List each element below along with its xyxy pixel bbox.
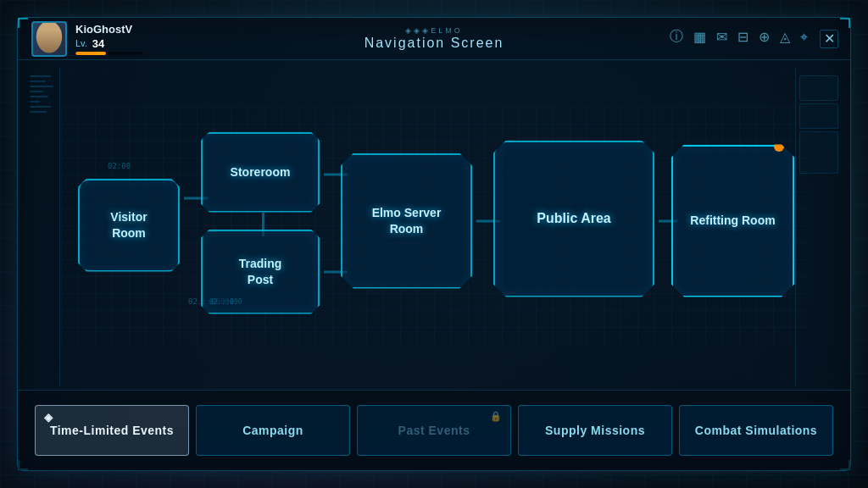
- tab-combat-simulations[interactable]: Combat Simulations: [679, 405, 833, 456]
- room-refitting[interactable]: Refitting Room: [671, 145, 794, 297]
- map-container: 02:00 02.::00000 Visitor Room Storeroom …: [61, 107, 807, 344]
- tab-time-limited[interactable]: ◈ Time-Limited Events: [35, 405, 189, 456]
- title-area: ◈◈◈ELMO Navigation Screen: [364, 26, 504, 51]
- room-visitor-label: Visitor Room: [110, 209, 147, 240]
- tab-supply-missions[interactable]: Supply Missions: [518, 405, 672, 456]
- bottom-tabs: ◈ Time-Limited Events Campaign Past Even…: [18, 390, 850, 470]
- nav-icon[interactable]: ◬: [780, 29, 790, 45]
- timestamp-1: 02:00: [108, 162, 131, 170]
- tab-time-limited-label: Time-Limited Events: [50, 424, 174, 437]
- tab-combat-simulations-label: Combat Simulations: [695, 424, 817, 437]
- tab-past-events[interactable]: Past Events 🔒: [357, 405, 511, 456]
- lock-icon: 🔒: [490, 411, 503, 422]
- room-public-area[interactable]: Public Area: [493, 141, 654, 297]
- info-icon[interactable]: ⓘ: [670, 28, 683, 46]
- mail-icon[interactable]: ✉: [716, 29, 727, 45]
- level-number: 34: [92, 37, 104, 50]
- network-icon[interactable]: ⊕: [759, 29, 770, 45]
- level-label: Lv.: [75, 38, 87, 48]
- briefcase-icon[interactable]: ⊟: [737, 29, 748, 45]
- user-section: KioGhostV Lv. 34: [31, 21, 143, 57]
- screen-title: Navigation Screen: [364, 36, 504, 51]
- tab-past-events-label: Past Events: [398, 424, 470, 437]
- room-elmo-label: Elmo Server Room: [372, 205, 442, 236]
- trading-timestamp: 02.::000: [209, 298, 242, 306]
- xp-bar: [75, 52, 143, 55]
- room-storeroom[interactable]: Storeroom: [201, 132, 320, 213]
- xp-fill: [75, 52, 106, 55]
- room-trading[interactable]: Trading Post 02.::000: [201, 230, 320, 314]
- tab-supply-missions-label: Supply Missions: [545, 424, 645, 437]
- tab-campaign-label: Campaign: [242, 424, 303, 437]
- room-storeroom-label: Storeroom: [231, 164, 291, 180]
- avatar: [31, 21, 67, 57]
- room-refitting-label: Refitting Room: [690, 213, 775, 228]
- close-button[interactable]: ✕: [820, 30, 838, 48]
- calendar-icon[interactable]: ▦: [693, 29, 706, 45]
- level-row: Lv. 34: [75, 37, 143, 50]
- main-panel: KioGhostV Lv. 34 ◈◈◈ELMO Navigation Scre…: [17, 17, 851, 471]
- room-visitor[interactable]: Visitor Room: [78, 179, 180, 272]
- bell-icon[interactable]: ⌖: [800, 30, 808, 45]
- tab-campaign[interactable]: Campaign: [196, 405, 350, 456]
- map-area: 02:00 02.::00000 Visitor Room Storeroom …: [18, 64, 850, 385]
- username: KioGhostV: [75, 23, 143, 36]
- room-trading-label: Trading Post: [239, 256, 282, 286]
- tab-time-limited-icon: ◈: [44, 411, 53, 424]
- user-info: KioGhostV Lv. 34: [75, 23, 143, 55]
- icon-bar: ⓘ ▦ ✉ ⊟ ⊕ ◬ ⌖: [670, 28, 808, 46]
- room-elmo-server[interactable]: Elmo Server Room: [341, 153, 472, 289]
- header: KioGhostV Lv. 34 ◈◈◈ELMO Navigation Scre…: [18, 18, 850, 60]
- title-prefix: ◈◈◈ELMO: [364, 26, 504, 35]
- room-public-label: Public Area: [537, 210, 610, 228]
